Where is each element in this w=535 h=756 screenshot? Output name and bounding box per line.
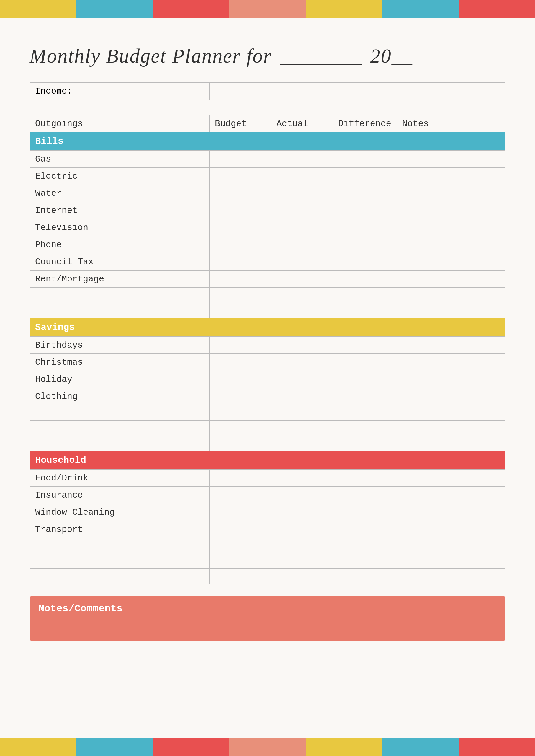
row-actual [271, 388, 333, 405]
row-difference [333, 254, 397, 270]
title-underline [280, 64, 362, 65]
top-bar-segment-salmon [229, 0, 306, 18]
bottom-bar-segment-red [153, 738, 229, 756]
row-notes [397, 236, 505, 254]
bottom-color-bar [0, 738, 535, 756]
row-actual [271, 469, 333, 487]
bills-section-header: Bills [30, 132, 505, 151]
row-notes [397, 521, 505, 538]
row-difference [333, 469, 397, 487]
row-budget [209, 371, 271, 388]
row-budget [209, 202, 271, 219]
top-bar-segment-teal2 [382, 0, 459, 18]
row-notes [397, 487, 505, 504]
row-label: Holiday [30, 371, 210, 388]
top-bar-segment-red [153, 0, 229, 18]
table-row: Rent/Mortgage [30, 270, 505, 287]
row-budget [209, 168, 271, 185]
income-budget [209, 83, 271, 100]
title-year: 20__ [370, 45, 413, 67]
row-actual [271, 354, 333, 371]
table-row [30, 405, 505, 420]
household-label: Household [30, 451, 505, 469]
table-row [30, 420, 505, 436]
row-notes [397, 254, 505, 270]
income-difference [333, 83, 397, 100]
row-difference [333, 354, 397, 371]
household-section-header: Household [30, 451, 505, 469]
row-budget [209, 337, 271, 354]
table-row [30, 538, 505, 554]
bottom-bar-segment-teal2 [382, 738, 459, 756]
table-row: Council Tax [30, 254, 505, 270]
row-actual [271, 219, 333, 236]
row-difference [333, 521, 397, 538]
row-actual [271, 487, 333, 504]
row-label: Transport [30, 521, 210, 538]
row-actual [271, 337, 333, 354]
savings-label: Savings [30, 318, 505, 337]
row-actual [271, 151, 333, 168]
page-title: Monthly Budget Planner for 20__ [30, 45, 413, 67]
row-notes [397, 202, 505, 219]
row-difference [333, 270, 397, 287]
row-notes [397, 504, 505, 521]
notes-title: Notes/Comments [38, 603, 497, 614]
top-color-bar [0, 0, 535, 18]
row-notes [397, 354, 505, 371]
row-budget [209, 151, 271, 168]
row-actual [271, 521, 333, 538]
row-label: Council Tax [30, 254, 210, 270]
row-label: Window Cleaning [30, 504, 210, 521]
budget-table: Income: Outgoings Budget Actual Differen… [30, 82, 505, 584]
row-difference [333, 185, 397, 202]
income-notes [397, 83, 505, 100]
table-row: Christmas [30, 354, 505, 371]
table-row: Electric [30, 168, 505, 185]
row-label: Phone [30, 236, 210, 254]
top-bar-segment-red2 [459, 0, 535, 18]
row-budget [209, 487, 271, 504]
top-bar-segment-yellow [0, 0, 76, 18]
bottom-bar-segment-yellow2 [306, 738, 382, 756]
row-label: Christmas [30, 354, 210, 371]
title-section: Monthly Budget Planner for 20__ [30, 44, 505, 68]
col-actual: Actual [271, 115, 333, 132]
title-prefix: Monthly Budget Planner for [30, 45, 272, 67]
row-notes [397, 388, 505, 405]
row-difference [333, 337, 397, 354]
row-difference [333, 487, 397, 504]
row-difference [333, 168, 397, 185]
row-notes [397, 219, 505, 236]
col-outgoings: Outgoings [30, 115, 210, 132]
col-budget: Budget [209, 115, 271, 132]
row-actual [271, 168, 333, 185]
row-budget [209, 254, 271, 270]
row-label: Food/Drink [30, 469, 210, 487]
row-difference [333, 151, 397, 168]
bottom-bar-segment-salmon [229, 738, 306, 756]
row-notes [397, 469, 505, 487]
table-row: Gas [30, 151, 505, 168]
row-difference [333, 371, 397, 388]
table-row [30, 287, 505, 303]
row-difference [333, 388, 397, 405]
col-difference: Difference [333, 115, 397, 132]
row-actual [271, 236, 333, 254]
row-notes [397, 168, 505, 185]
table-row: Window Cleaning [30, 504, 505, 521]
row-label: Insurance [30, 487, 210, 504]
row-budget [209, 236, 271, 254]
top-bar-segment-teal [76, 0, 153, 18]
row-label: Clothing [30, 388, 210, 405]
table-row [30, 569, 505, 584]
row-budget [209, 504, 271, 521]
row-difference [333, 236, 397, 254]
income-actual [271, 83, 333, 100]
table-row: Birthdays [30, 337, 505, 354]
row-label: Gas [30, 151, 210, 168]
row-budget [209, 388, 271, 405]
table-row [30, 303, 505, 318]
row-actual [271, 254, 333, 270]
page: Monthly Budget Planner for 20__ Income: … [0, 0, 535, 756]
